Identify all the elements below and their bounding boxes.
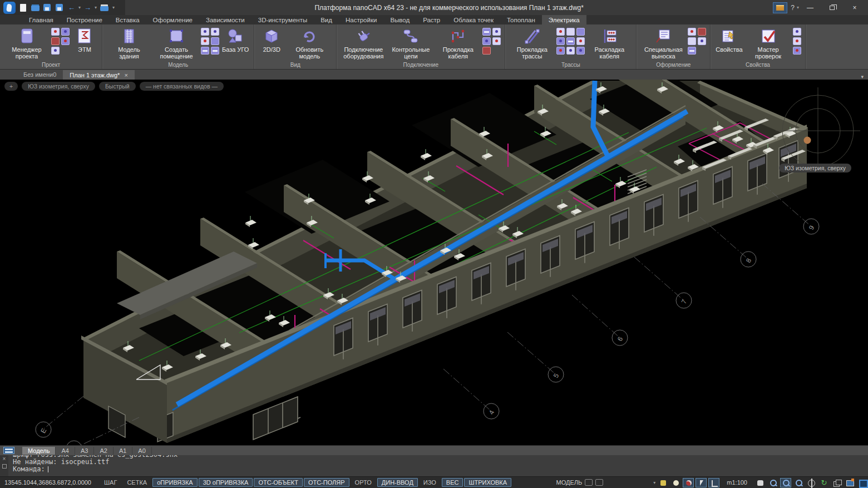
tab-postroenie[interactable]: Построение	[60, 15, 109, 24]
save-icon[interactable]	[43, 4, 52, 12]
control-circuits-button[interactable]: Контрольные цепи	[388, 26, 433, 60]
beam-tool-icon[interactable]	[211, 37, 219, 45]
tab-vstavka[interactable]: Вставка	[109, 15, 146, 24]
route-corner-icon[interactable]	[566, 37, 575, 45]
view-orientation-pill[interactable]: ЮЗ изометрия, сверху	[22, 82, 95, 91]
specification-icon[interactable]	[51, 28, 60, 36]
doc-power-icon[interactable]	[51, 37, 60, 45]
doc-tab-plan-1-etazh[interactable]: План 1 этаж.dwg* ×	[63, 70, 134, 80]
doc-tab-untitled[interactable]: Без имени0	[17, 70, 63, 80]
close-button[interactable]: ×	[844, 1, 866, 14]
panel-grid-icon[interactable]	[482, 28, 491, 36]
dynamic-ucs-icon[interactable]	[708, 478, 719, 487]
toggle-otrack-polar[interactable]: ОТС-ПОЛЯР	[304, 478, 349, 487]
doc-pen-icon[interactable]	[698, 37, 706, 45]
2d3d-button[interactable]: 2D/3D	[258, 26, 285, 53]
toggle-3d-osnap[interactable]: 3D оПРИВЯЗКА	[199, 478, 253, 487]
route-laying-button[interactable]: Прокладка трассы	[509, 26, 555, 60]
fullscreen-icon[interactable]	[857, 478, 868, 487]
layout-tab-model[interactable]: Модель	[22, 447, 56, 455]
print-icon[interactable]	[100, 4, 109, 12]
viewport-lock-icon[interactable]	[585, 479, 593, 486]
route-red-icon[interactable]	[556, 47, 565, 55]
save-as-icon[interactable]	[56, 4, 65, 12]
tab-vyvod[interactable]: Вывод	[383, 15, 416, 24]
pan-icon[interactable]	[754, 478, 766, 487]
command-pin-icon[interactable]	[2, 464, 7, 469]
cable-layout-button[interactable]: Раскладка кабеля	[586, 26, 632, 60]
tab-glavnaya[interactable]: Главная	[22, 15, 60, 24]
route-flag-icon[interactable]	[566, 47, 575, 55]
camera-icon[interactable]	[793, 47, 801, 55]
toggle-dyn-input[interactable]: ДИН-ВВОД	[377, 478, 418, 487]
restore-button[interactable]	[821, 1, 844, 14]
minimize-button[interactable]: —	[799, 1, 821, 14]
toggle-setka[interactable]: СЕТКА	[122, 478, 151, 487]
add-view-pill[interactable]: +	[4, 82, 18, 91]
lock-ui-icon[interactable]	[683, 478, 694, 487]
special-callout-button[interactable]: Специальная выноска	[640, 26, 686, 60]
w-connection-icon[interactable]	[482, 47, 491, 55]
regen-icon[interactable]: ↻	[818, 478, 830, 487]
properties-button[interactable]: Свойства	[714, 26, 743, 53]
sockets-group-icon[interactable]	[492, 37, 501, 45]
layout-tab-a0[interactable]: А0	[132, 447, 151, 455]
check-master-button[interactable]: Мастер проверок	[746, 26, 791, 60]
selection-cycling-icon[interactable]	[657, 478, 668, 487]
doc-tab-close-icon[interactable]: ×	[124, 72, 127, 78]
locator-position-dot[interactable]	[804, 137, 811, 144]
database-export-icon[interactable]	[61, 37, 70, 45]
screen-mode-icon[interactable]	[844, 478, 855, 487]
tab-vid[interactable]: Вид	[314, 15, 339, 24]
update-model-button[interactable]: Обновить модель	[287, 26, 332, 60]
cable-rise-icon[interactable]	[482, 37, 491, 45]
open-file-icon[interactable]	[31, 4, 40, 12]
sockets-icon[interactable]	[492, 28, 501, 36]
pen-marker-icon[interactable]	[688, 37, 696, 45]
space-mode-label[interactable]: МОДЕЛЬ	[556, 479, 583, 486]
toggle-shag[interactable]: ШАГ	[100, 478, 121, 487]
marker-tool-icon[interactable]	[201, 37, 209, 45]
tab-topoplan[interactable]: Топоплан	[500, 15, 542, 24]
toggle-orto[interactable]: ОРТО	[351, 478, 376, 487]
burst-icon[interactable]	[698, 28, 706, 36]
tab-rastr[interactable]: Растр	[416, 15, 447, 24]
layout-tab-a2[interactable]: А2	[94, 447, 113, 455]
route-box-icon[interactable]	[576, 37, 585, 45]
callout-lamp-icon[interactable]	[688, 28, 696, 36]
route-target-icon[interactable]	[576, 47, 585, 55]
ugo-base-button[interactable]: База УГО	[221, 26, 250, 53]
tab-oblaka-tochek[interactable]: Облака точек	[447, 15, 500, 24]
command-close-icon[interactable]: ×	[3, 456, 6, 462]
tab-oformlenie[interactable]: Оформление	[146, 15, 199, 24]
toggle-izo[interactable]: ИЗО	[419, 478, 441, 487]
zoom-window-icon[interactable]	[780, 478, 791, 487]
cable-routing-button[interactable]: Прокладка кабеля	[435, 26, 481, 60]
zoom-icon[interactable]	[767, 478, 778, 487]
route-s-icon[interactable]	[566, 28, 575, 36]
nanocad-logo-icon[interactable]	[3, 2, 16, 14]
layout-menu-icon[interactable]	[3, 447, 14, 454]
toggle-shtrihovka[interactable]: ШТРИХОВКА	[464, 478, 511, 487]
diagram-tool-icon[interactable]	[211, 47, 219, 55]
doc-tabs-dropdown-icon[interactable]: ▾	[861, 74, 864, 80]
zoom-extents-icon[interactable]	[793, 478, 804, 487]
tab-zavisimosti[interactable]: Зависимости	[199, 15, 251, 24]
visual-style-pill[interactable]: Быстрый	[99, 82, 136, 91]
toggle-ves[interactable]: ВЕС	[442, 478, 463, 487]
route-segment-icon[interactable]	[556, 28, 565, 36]
project-manager-button[interactable]: Менеджер проекта	[4, 26, 50, 60]
layers-icon[interactable]	[831, 478, 842, 487]
command-prompt-line[interactable]: Команда:	[13, 466, 868, 473]
tab-elektrika[interactable]: Электрика	[542, 15, 586, 24]
toggle-otrack-object[interactable]: ОТС-ОБЪЕКТ	[254, 478, 302, 487]
view-locator-widget[interactable]	[776, 84, 860, 169]
redo-icon[interactable]: →	[84, 0, 91, 15]
help-icon[interactable]: ?	[791, 4, 795, 12]
doc-check-icon[interactable]	[51, 47, 60, 55]
redo-dropdown-icon[interactable]: ▾	[95, 0, 97, 15]
corner-tool-icon[interactable]	[201, 28, 209, 36]
linked-views-pill[interactable]: — нет связанных видов —	[140, 82, 224, 91]
annotation-monitor-icon[interactable]	[595, 479, 603, 486]
etm-button[interactable]: ЭТМ	[71, 26, 98, 53]
